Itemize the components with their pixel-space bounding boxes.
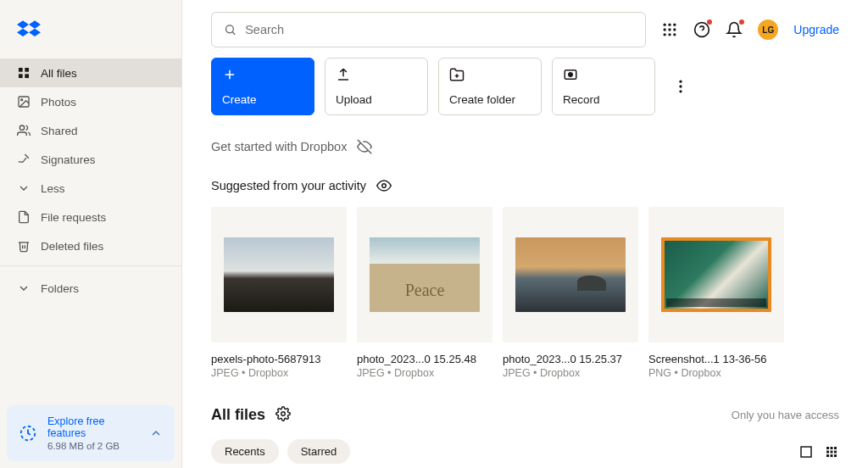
all-files-header: All files Only you have access — [182, 379, 868, 424]
svg-point-32 — [382, 184, 387, 188]
sidebar: All files Photos Shared Signatures Less … — [0, 0, 182, 468]
nav-all-files[interactable]: All files — [0, 58, 181, 87]
file-meta: JPEG • Dropbox — [503, 367, 638, 379]
svg-point-30 — [679, 90, 682, 92]
filter-starred[interactable]: Starred — [287, 439, 351, 464]
nav-deleted-files[interactable]: Deleted files — [0, 231, 181, 260]
svg-rect-40 — [834, 450, 837, 453]
svg-point-11 — [669, 24, 671, 26]
svg-point-12 — [673, 24, 676, 26]
get-started-label: Get started with Dropbox — [211, 140, 347, 153]
svg-point-29 — [679, 85, 682, 87]
get-started-section: Get started with Dropbox — [182, 115, 868, 154]
trash-icon — [17, 239, 31, 253]
gear-icon — [275, 406, 291, 421]
apps-grid-icon — [661, 21, 678, 38]
nav-label: Shared — [41, 125, 78, 137]
svg-point-18 — [673, 33, 676, 36]
nav-label: Signatures — [41, 153, 96, 166]
svg-rect-35 — [826, 447, 829, 449]
nav-less[interactable]: Less — [0, 174, 181, 203]
promo-banner[interactable]: Explore free features 6.98 MB of 2 GB — [7, 405, 175, 461]
svg-rect-36 — [831, 447, 833, 449]
nav-primary: All files Photos Shared Signatures Less … — [0, 58, 181, 260]
suggested-label: Suggested from your activity — [211, 179, 366, 192]
svg-point-15 — [673, 28, 676, 31]
apps-button[interactable] — [661, 21, 678, 38]
thumbnail — [357, 207, 492, 343]
logo[interactable] — [0, 0, 181, 58]
nav-label: File requests — [41, 211, 106, 224]
svg-rect-41 — [826, 454, 829, 457]
file-name: photo_2023...0 15.25.37 — [503, 353, 638, 365]
file-card[interactable]: Screenshot...1 13-36-56 PNG • Dropbox — [648, 207, 784, 379]
filter-recents[interactable]: Recents — [211, 439, 279, 464]
divider — [0, 265, 181, 266]
file-card[interactable]: pexels-photo-5687913 JPEG • Dropbox — [211, 207, 347, 379]
view-grid-icon[interactable] — [824, 444, 839, 460]
promo-sub: 6.98 MB of 2 GB — [47, 441, 139, 451]
eye-icon[interactable] — [376, 178, 392, 193]
promo-title: Explore free features — [47, 415, 139, 439]
upload-icon — [336, 67, 351, 82]
file-meta: PNG • Dropbox — [648, 367, 784, 379]
search-input[interactable] — [211, 12, 646, 47]
notifications-button[interactable] — [726, 21, 743, 38]
thumbnail — [503, 207, 638, 343]
upgrade-link[interactable]: Upgrade — [793, 23, 839, 36]
create-folder-button[interactable]: Create folder — [438, 58, 542, 115]
file-name: Screenshot...1 13-36-56 — [648, 353, 784, 365]
svg-rect-37 — [834, 447, 837, 449]
search-icon — [224, 23, 236, 36]
nav-photos[interactable]: Photos — [0, 87, 181, 116]
more-actions-button[interactable] — [672, 78, 689, 95]
grid-icon — [17, 66, 31, 80]
upload-button[interactable]: Upload — [325, 58, 428, 115]
svg-point-6 — [19, 125, 24, 130]
file-meta: JPEG • Dropbox — [357, 367, 492, 379]
svg-rect-1 — [25, 68, 29, 72]
topbar: LG Upgrade — [182, 0, 868, 58]
folder-plus-icon — [449, 67, 465, 82]
file-name: photo_2023...0 15.25.48 — [357, 353, 492, 365]
nav-shared[interactable]: Shared — [0, 116, 181, 145]
create-button[interactable]: Create — [211, 58, 314, 115]
notification-dot — [707, 20, 712, 25]
search-field[interactable] — [245, 23, 633, 36]
filter-row: Recents Starred — [182, 424, 868, 464]
action-bar: Create Upload Create folder Record — [182, 58, 868, 115]
nav-label: Deleted files — [41, 240, 103, 253]
more-vertical-icon — [672, 78, 689, 95]
svg-point-14 — [669, 28, 671, 31]
avatar[interactable]: LG — [758, 20, 778, 40]
file-card[interactable]: photo_2023...0 15.25.37 JPEG • Dropbox — [503, 207, 638, 379]
nav-file-requests[interactable]: File requests — [0, 203, 181, 231]
svg-point-10 — [664, 24, 666, 26]
svg-rect-39 — [831, 450, 833, 453]
file-card[interactable]: photo_2023...0 15.25.48 JPEG • Dropbox — [357, 207, 492, 379]
svg-point-33 — [281, 412, 286, 416]
users-icon — [17, 124, 31, 137]
eye-off-icon[interactable] — [357, 139, 372, 154]
svg-point-5 — [21, 99, 23, 101]
suggested-section: Suggested from your activity — [182, 154, 868, 193]
svg-point-28 — [679, 81, 682, 83]
dropbox-logo-icon — [17, 19, 41, 42]
settings-button[interactable] — [275, 406, 291, 424]
help-button[interactable] — [693, 21, 710, 38]
nav-signatures[interactable]: Signatures — [0, 145, 181, 174]
chevron-down-icon — [17, 281, 31, 295]
view-list-icon[interactable] — [798, 444, 814, 460]
svg-point-13 — [664, 28, 666, 31]
svg-rect-34 — [801, 447, 811, 457]
suggested-list: pexels-photo-5687913 JPEG • Dropbox phot… — [182, 193, 868, 379]
folders-label: Folders — [41, 282, 79, 295]
record-button[interactable]: Record — [552, 58, 655, 115]
gauge-icon — [19, 424, 37, 443]
svg-rect-42 — [831, 454, 833, 457]
svg-rect-38 — [826, 450, 829, 453]
file-icon — [17, 210, 31, 224]
file-name: pexels-photo-5687913 — [211, 353, 347, 365]
main-content: LG Upgrade Create Upload Create folder R… — [182, 0, 868, 468]
folders-section[interactable]: Folders — [0, 271, 181, 305]
